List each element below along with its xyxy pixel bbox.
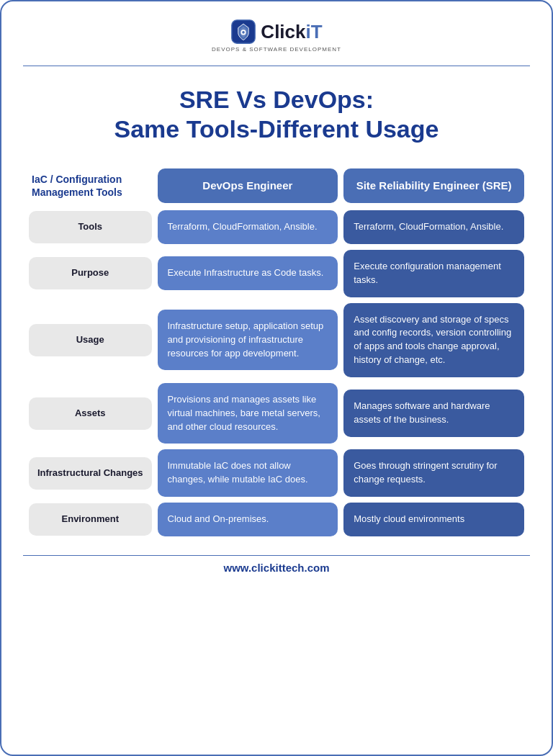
row-sre-4: Goes through stringent scrutiny for chan… bbox=[343, 449, 524, 497]
clickit-logo-icon bbox=[230, 19, 256, 45]
logo-container: ClickiT bbox=[230, 19, 322, 45]
title-line2: Same Tools-Different Usage bbox=[114, 114, 439, 144]
row-label-3: Assets bbox=[29, 397, 152, 430]
header-devops-cell: DevOps Engineer bbox=[158, 167, 338, 204]
logo-text: ClickiT bbox=[261, 21, 322, 43]
header-category-cell: IaC / Configuration Management Tools bbox=[29, 167, 152, 204]
table-row: UsageInfrastructure setup, application s… bbox=[29, 303, 524, 377]
row-devops-3: Provisions and manages assets like virtu… bbox=[158, 383, 338, 444]
row-devops-5: Cloud and On-premises. bbox=[158, 503, 338, 536]
row-devops-4: Immutable IaC does not allow changes, wh… bbox=[158, 449, 338, 497]
footer-url-prefix: www. bbox=[223, 562, 251, 574]
logo-it: iT bbox=[306, 21, 323, 43]
header-row: IaC / Configuration Management Tools Dev… bbox=[29, 167, 524, 204]
table-row: ToolsTerraform, CloudFormation, Ansible.… bbox=[29, 210, 524, 244]
row-label-1: Purpose bbox=[29, 257, 152, 289]
logo-click: Click bbox=[261, 21, 305, 43]
row-devops-1: Execute Infrastructure as Code tasks. bbox=[158, 256, 338, 290]
header-category-label: IaC / Configuration Management Tools bbox=[29, 167, 152, 204]
row-devops-0: Terraform, CloudFormation, Ansible. bbox=[158, 210, 338, 244]
header-sre-cell: Site Reliability Engineer (SRE) bbox=[343, 167, 524, 204]
table-body: ToolsTerraform, CloudFormation, Ansible.… bbox=[29, 210, 524, 536]
main-title: SRE Vs DevOps: Same Tools-Different Usag… bbox=[114, 85, 439, 144]
table-row: EnvironmentCloud and On-premises.Mostly … bbox=[29, 503, 524, 536]
header-sre-label: Site Reliability Engineer (SRE) bbox=[343, 168, 524, 203]
title-line1: SRE Vs DevOps: bbox=[114, 85, 439, 114]
row-label-5: Environment bbox=[29, 503, 152, 536]
row-sre-1: Execute configuration management tasks. bbox=[343, 250, 524, 297]
page-wrapper: ClickiT DevOps & Software Development SR… bbox=[0, 0, 553, 756]
top-divider bbox=[23, 66, 530, 66]
row-label-0: Tools bbox=[29, 211, 152, 243]
footer-divider bbox=[23, 555, 530, 556]
row-sre-2: Asset discovery and storage of specs and… bbox=[343, 303, 524, 377]
row-label-4: Infrastructural Changes bbox=[29, 457, 152, 490]
footer-url: www.clickittech.com bbox=[223, 562, 329, 574]
table-row: Infrastructural ChangesImmutable IaC doe… bbox=[29, 449, 524, 497]
header-devops-label: DevOps Engineer bbox=[158, 168, 338, 203]
footer-url-suffix: .com bbox=[304, 562, 329, 574]
row-label-2: Usage bbox=[29, 324, 152, 356]
svg-point-2 bbox=[243, 31, 246, 34]
footer-url-bold: clickittech bbox=[251, 562, 304, 574]
row-devops-2: Infrastructure setup, application setup … bbox=[158, 310, 338, 371]
logo-subtitle: DevOps & Software Development bbox=[212, 46, 341, 53]
table-row: AssetsProvisions and manages assets like… bbox=[29, 383, 524, 444]
row-sre-3: Manages software and hardware assets of … bbox=[343, 390, 524, 437]
row-sre-5: Mostly cloud environments bbox=[343, 503, 524, 536]
table-row: PurposeExecute Infrastructure as Code ta… bbox=[29, 250, 524, 297]
comparison-table: IaC / Configuration Management Tools Dev… bbox=[23, 161, 530, 542]
row-sre-0: Terraform, CloudFormation, Ansible. bbox=[343, 210, 524, 244]
logo-area: ClickiT DevOps & Software Development bbox=[212, 19, 341, 53]
